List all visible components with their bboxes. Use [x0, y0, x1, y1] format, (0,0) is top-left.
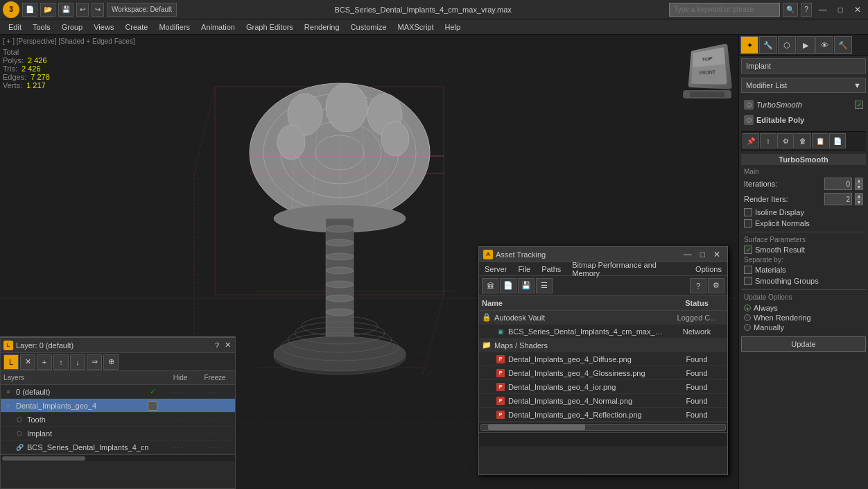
at-menu-paths[interactable]: Paths [536, 262, 566, 275]
menu-views[interactable]: Views [88, 19, 119, 35]
ts-smooth-row[interactable]: Smooth Result [741, 244, 866, 255]
close-btn[interactable]: ✕ [850, 0, 865, 19]
copy-btn[interactable]: 📋 [812, 133, 828, 148]
modifier-turbosm[interactable]: ⬡ TurboSmooth [741, 97, 866, 112]
create-panel-btn[interactable]: ✦ [740, 36, 758, 54]
new-btn[interactable]: 📄 [22, 3, 37, 17]
modifier-list-dropdown[interactable]: Modifier List ▼ [741, 78, 866, 93]
display-btn[interactable]: 👁 [815, 36, 833, 54]
at-close-btn[interactable]: ✕ [711, 250, 723, 259]
ts-whenrender-row[interactable]: When Rendering [744, 313, 863, 323]
at-row-normal[interactable]: P Dental_Implants_geo_4_Normal.png Found [479, 394, 727, 408]
nav-cube[interactable]: TOP FRONT [683, 42, 731, 90]
paste-btn[interactable]: 📄 [829, 133, 846, 148]
motion-btn[interactable]: ▶ [797, 36, 815, 54]
menu-animation[interactable]: Animation [196, 19, 241, 35]
at-btn6[interactable]: ⚙ [708, 278, 724, 293]
modifier-editpoly[interactable]: ⬡ Editable Poly [741, 112, 866, 128]
menu-maxscript[interactable]: MAXScript [392, 19, 440, 35]
ts-whenrender-radio[interactable] [744, 314, 751, 321]
layer-row-dental[interactable]: ≡ Dental_Implants_geo_4 ···· ···· [1, 399, 235, 413]
menu-edit[interactable]: Edit [3, 19, 27, 35]
menu-graph-editors[interactable]: Graph Editors [241, 19, 299, 35]
layers-scrollbar[interactable] [1, 454, 235, 461]
ts-smooth-check[interactable] [744, 246, 752, 254]
at-minimize-btn[interactable]: — [681, 250, 695, 259]
modify-panel-btn[interactable]: 🔧 [759, 36, 777, 54]
help-btn[interactable]: ? [801, 3, 812, 17]
at-btn5[interactable]: ? [690, 278, 706, 293]
at-row-glossiness[interactable]: P Dental_Implants_geo_4_Glossiness.png F… [479, 366, 727, 380]
layer-row-implant[interactable]: ⬡ Implant ···· ···· [1, 427, 235, 440]
at-btn3[interactable]: 💾 [518, 278, 535, 293]
hierarchy-btn[interactable]: ⬡ [778, 36, 796, 54]
utilities-btn[interactable]: 🔨 [834, 36, 852, 54]
ts-render-up[interactable]: ▲ [855, 193, 863, 199]
remove-btn[interactable]: 🗑 [795, 133, 811, 148]
layers-help-btn[interactable]: ? [214, 341, 220, 350]
menu-help[interactable]: Help [440, 19, 467, 35]
at-btn4[interactable]: ☰ [536, 278, 553, 293]
undo-btn[interactable]: ↩ [76, 3, 89, 17]
ts-iter-up[interactable]: ▲ [855, 178, 863, 184]
ts-smoothgroups-check[interactable] [744, 277, 752, 285]
at-btn2[interactable]: 📄 [500, 278, 517, 293]
layer-row-0[interactable]: ≡ 0 (default) ✓ ···· ···· [1, 385, 235, 399]
ts-explicit-check[interactable] [744, 219, 752, 228]
at-row-diffuse[interactable]: P Dental_Implants_geo_4_Diffuse.png Foun… [479, 352, 727, 366]
ts-render-down[interactable]: ▼ [855, 199, 863, 205]
menu-group[interactable]: Group [56, 19, 89, 35]
workspace-label[interactable]: Workspace: Default [107, 3, 177, 17]
menu-modifiers[interactable]: Modifiers [153, 19, 196, 35]
layer-row-tooth[interactable]: ⬡ Tooth ···· ···· [1, 413, 235, 427]
at-row-ior[interactable]: P Dental_Implants_geo_4_ior.png Found [479, 380, 727, 394]
layers-close-btn[interactable]: ✕ [223, 341, 232, 350]
at-menu-bitmap[interactable]: Bitmap Performance and Memory [566, 262, 690, 275]
ts-always-radio[interactable] [744, 304, 751, 311]
open-btn[interactable]: 📂 [40, 3, 55, 17]
at-h-scroll[interactable] [480, 424, 726, 431]
ts-iter-input[interactable] [824, 178, 852, 190]
at-row-vault[interactable]: 🔒 Autodesk Vault Logged C... [479, 311, 727, 325]
maximize-btn[interactable]: □ [834, 0, 847, 19]
layers-icon-btn[interactable]: L [3, 354, 19, 370]
configure-btn[interactable]: ⚙ [777, 133, 794, 148]
layers-down-btn[interactable]: ↓ [70, 354, 85, 370]
search-btn[interactable]: 🔍 [783, 3, 798, 17]
at-row-maps[interactable]: 📁 Maps / Shaders [479, 338, 727, 352]
select-btn[interactable]: ↕ [760, 133, 776, 148]
at-menu-server[interactable]: Server [479, 262, 512, 275]
pin-btn[interactable]: 📌 [743, 133, 759, 148]
menu-rendering[interactable]: Rendering [299, 19, 345, 35]
ts-update-btn[interactable]: Update [741, 336, 866, 352]
at-scrollbar-h[interactable] [479, 422, 727, 432]
ts-isoline-check[interactable] [744, 208, 752, 216]
menu-create[interactable]: Create [119, 19, 153, 35]
ts-materials-row[interactable]: Materials [741, 264, 866, 275]
ts-always-row[interactable]: Always [744, 303, 863, 313]
menu-customize[interactable]: Customize [345, 19, 392, 35]
save-btn[interactable]: 💾 [58, 3, 73, 17]
search-input[interactable] [669, 3, 780, 17]
layers-delete-btn[interactable]: ✕ [20, 354, 35, 370]
layers-merge-btn[interactable]: ⇒ [87, 354, 102, 370]
at-menu-options[interactable]: Options [690, 262, 727, 275]
layers-expand-btn[interactable]: ⊕ [103, 354, 119, 370]
at-row-bcs[interactable]: ▣ BCS_Series_Dental_Implants_4_cm_max_vr… [479, 325, 727, 338]
at-row-reflection[interactable]: P Dental_Implants_geo_4_Reflection.png F… [479, 408, 727, 422]
redo-btn[interactable]: ↪ [92, 3, 104, 17]
layers-add-btn[interactable]: + [37, 354, 52, 370]
ts-materials-check[interactable] [744, 266, 752, 274]
at-maximize-btn[interactable]: □ [697, 250, 708, 259]
layer-row-bcs[interactable]: 🔗 BCS_Series_Dental_Implants_4_cn ···· ·… [1, 440, 235, 454]
ts-manually-row[interactable]: Manually [744, 323, 863, 332]
at-menu-file[interactable]: File [512, 262, 536, 275]
turbosm-checkbox[interactable] [855, 101, 863, 109]
ts-isoline-row[interactable]: Isoline Display [741, 207, 866, 218]
minimize-btn[interactable]: — [815, 0, 831, 19]
at-btn1[interactable]: 🏛 [482, 278, 498, 293]
ts-smoothgroups-row[interactable]: Smoothing Groups [741, 275, 866, 286]
ts-iter-down[interactable]: ▼ [855, 184, 863, 190]
ts-manually-radio[interactable] [744, 324, 751, 331]
menu-tools[interactable]: Tools [27, 19, 56, 35]
